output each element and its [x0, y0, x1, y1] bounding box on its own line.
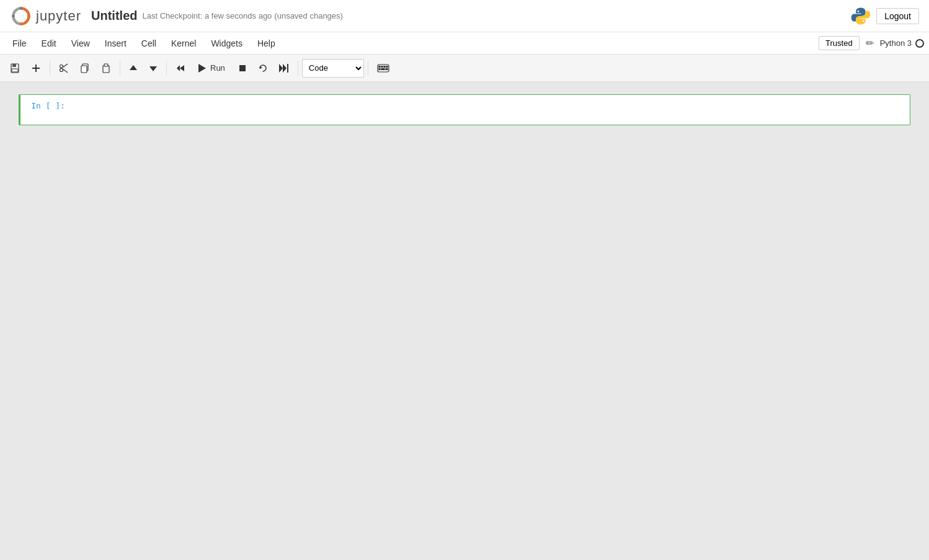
run-icon [198, 64, 206, 73]
checkpoint-info: Last Checkpoint: a few seconds ago [142, 11, 272, 20]
cell-type-select[interactable]: Code Markdown Raw NBConvert Heading [302, 59, 364, 78]
title-bar: jupyter Untitled Last Checkpoint: a few … [0, 0, 929, 32]
jupyter-logo-icon [10, 5, 32, 27]
svg-line-13 [63, 64, 68, 68]
cut-cell-button[interactable] [54, 59, 74, 78]
restart-button[interactable] [253, 59, 273, 78]
title-bar-right: Logout [850, 6, 919, 27]
svg-point-0 [20, 7, 22, 9]
svg-rect-30 [379, 66, 380, 67]
svg-rect-7 [12, 64, 16, 67]
fast-forward-icon [279, 64, 289, 73]
pencil-icon[interactable]: ✏ [863, 35, 876, 51]
separator-5 [368, 61, 368, 76]
svg-rect-32 [384, 66, 385, 67]
svg-rect-28 [287, 64, 288, 73]
svg-point-4 [858, 10, 860, 12]
svg-marker-19 [130, 65, 137, 70]
kernel-name-label: Python 3 [880, 38, 912, 48]
unsaved-changes: (unsaved changes) [274, 11, 343, 20]
svg-rect-17 [103, 66, 109, 73]
separator-4 [298, 61, 298, 76]
svg-line-14 [63, 69, 68, 73]
svg-marker-25 [260, 66, 262, 69]
menu-cell[interactable]: Cell [134, 35, 164, 52]
separator-1 [50, 61, 50, 76]
svg-point-12 [60, 68, 63, 71]
notebook-area: In [ ]: [0, 82, 929, 560]
stop-button[interactable] [233, 59, 252, 78]
cell-prompt: In [ ]: [20, 95, 70, 117]
cell-input[interactable] [70, 95, 910, 118]
logo-area: jupyter [10, 5, 81, 27]
trusted-button[interactable]: Trusted [819, 36, 860, 50]
menu-edit[interactable]: Edit [34, 35, 64, 52]
stop-icon [239, 64, 246, 72]
menu-right: Trusted ✏ Python 3 [819, 35, 924, 51]
menu-widgets[interactable]: Widgets [203, 35, 250, 52]
svg-rect-8 [12, 69, 18, 72]
run-label: Run [210, 63, 225, 73]
arrow-down-icon [149, 64, 158, 73]
menu-view[interactable]: View [64, 35, 97, 52]
menu-kernel[interactable]: Kernel [164, 35, 203, 52]
svg-point-11 [60, 64, 63, 68]
svg-marker-26 [279, 64, 283, 73]
svg-rect-24 [239, 65, 246, 71]
svg-marker-22 [180, 65, 184, 71]
code-cell[interactable]: In [ ]: [19, 94, 910, 125]
svg-rect-36 [386, 68, 388, 69]
notebook-title[interactable]: Untitled [91, 9, 137, 23]
svg-point-2 [20, 22, 22, 25]
svg-rect-18 [104, 64, 108, 66]
restart-icon [258, 63, 268, 73]
svg-rect-16 [81, 66, 87, 73]
svg-rect-35 [381, 68, 384, 69]
jupyter-brand-text: jupyter [36, 8, 81, 24]
svg-marker-27 [283, 64, 287, 73]
svg-point-3 [12, 14, 14, 17]
toolbar: Run Code Markdown Raw NBConvert Heading [0, 55, 929, 82]
svg-marker-21 [177, 65, 180, 71]
svg-marker-20 [149, 66, 157, 71]
separator-3 [166, 61, 167, 76]
copy-cell-button[interactable] [75, 59, 95, 78]
svg-marker-23 [198, 64, 206, 73]
step-back-icon [176, 64, 185, 73]
menu-bar: File Edit View Insert Cell Kernel Widget… [0, 32, 929, 55]
copy-icon [80, 63, 90, 73]
menu-file[interactable]: File [5, 35, 34, 52]
kernel-status-icon [915, 39, 924, 48]
python-logo-icon [850, 6, 871, 27]
kernel-info: Python 3 [880, 38, 924, 48]
paste-icon [101, 63, 111, 73]
paste-cell-button[interactable] [96, 59, 116, 78]
plus-icon [31, 63, 41, 73]
save-icon [10, 63, 20, 73]
keyboard-shortcuts-button[interactable] [372, 59, 394, 78]
run-button[interactable]: Run [192, 59, 232, 78]
move-up-button[interactable] [124, 59, 143, 78]
arrow-up-icon [129, 64, 138, 73]
svg-point-5 [863, 20, 865, 22]
previous-button[interactable] [171, 59, 190, 78]
svg-rect-34 [379, 68, 380, 69]
move-down-button[interactable] [144, 59, 162, 78]
scissors-icon [59, 63, 69, 73]
save-button[interactable] [5, 59, 25, 78]
logout-button[interactable]: Logout [876, 8, 919, 24]
fast-forward-button[interactable] [274, 59, 294, 78]
menu-help[interactable]: Help [250, 35, 283, 52]
svg-point-1 [27, 14, 30, 17]
menu-insert[interactable]: Insert [97, 35, 134, 52]
svg-rect-33 [386, 66, 388, 67]
keyboard-icon [377, 64, 389, 73]
svg-rect-31 [381, 66, 383, 67]
add-cell-button[interactable] [26, 59, 46, 78]
separator-2 [120, 61, 120, 76]
